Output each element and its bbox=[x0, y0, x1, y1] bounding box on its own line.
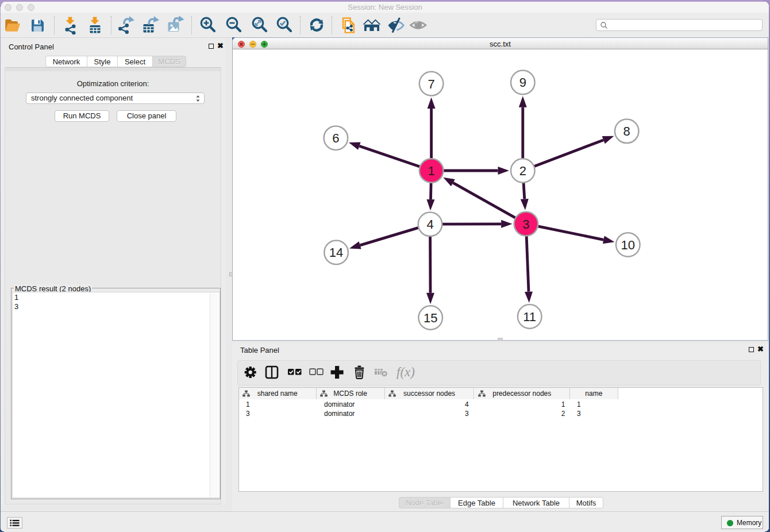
svg-text:7: 7 bbox=[428, 77, 434, 91]
svg-text:6: 6 bbox=[332, 131, 339, 145]
svg-text:15: 15 bbox=[424, 311, 437, 325]
svg-text:4: 4 bbox=[426, 217, 433, 232]
svg-text:11: 11 bbox=[523, 310, 536, 324]
svg-text:14: 14 bbox=[329, 245, 343, 260]
svg-text:f(x): f(x) bbox=[396, 365, 415, 379]
svg-text:2: 2 bbox=[519, 164, 526, 178]
svg-text:10: 10 bbox=[621, 238, 635, 252]
svg-text:1: 1 bbox=[428, 164, 434, 178]
svg-text:3: 3 bbox=[522, 217, 529, 232]
svg-text:8: 8 bbox=[623, 124, 630, 138]
svg-text:9: 9 bbox=[519, 75, 526, 90]
